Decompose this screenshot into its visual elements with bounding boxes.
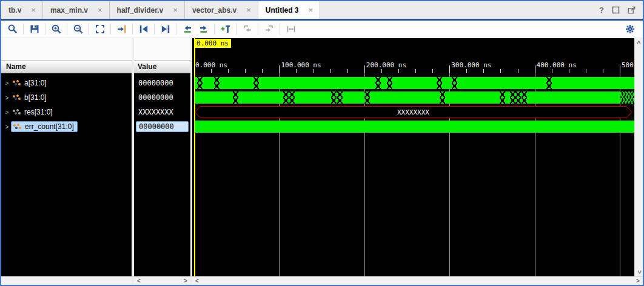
axis-minor-tick [314, 69, 314, 73]
axis-minor-tick [211, 69, 212, 73]
tab-bar: tb.v×max_min.v×half_divider.v×vector_abs… [1, 1, 643, 19]
signal-value-row[interactable]: 00000000 [134, 119, 190, 134]
next-marker-button [261, 22, 277, 36]
axis-minor-tick [500, 69, 501, 73]
axis-minor-tick [466, 69, 467, 73]
tab-close-icon[interactable]: × [98, 6, 102, 14]
save-waveform-button[interactable] [26, 22, 42, 36]
signal-value-row[interactable]: 00000000 [134, 90, 190, 105]
zoom-fit-button[interactable] [92, 22, 108, 36]
waveform-row [192, 121, 634, 133]
next-transition-button[interactable] [157, 22, 173, 36]
tab-tb-v[interactable]: tb.v× [1, 1, 43, 19]
signal-wave-bar [195, 77, 634, 89]
scroll-down-arrow-icon[interactable]: > [636, 268, 643, 276]
axis-minor-tick [415, 69, 416, 73]
transition-mark [214, 77, 220, 89]
tab-vector_abs-v[interactable]: vector_abs.v× [185, 1, 258, 19]
tab-label: max_min.v [50, 6, 88, 15]
toolbar-separator [89, 24, 89, 35]
signal-row[interactable]: >a[31:0] [1, 76, 132, 90]
axis-minor-tick [569, 69, 569, 73]
expand-chevron-icon[interactable]: > [4, 80, 10, 87]
previous-marker-button [239, 22, 255, 36]
signal-value-row[interactable]: XXXXXXXX [134, 105, 190, 119]
tab-close-icon[interactable]: × [173, 6, 178, 14]
signal-row[interactable]: >res[31:0] [1, 105, 132, 119]
value-column-header[interactable]: Value [134, 60, 190, 73]
expand-chevron-icon[interactable]: > [4, 124, 10, 130]
tab-close-icon[interactable]: × [31, 6, 36, 14]
transition-mark [375, 77, 381, 89]
previous-transition-button[interactable] [135, 22, 152, 36]
axis-minor-tick [552, 69, 552, 73]
scroll-left-arrow-icon[interactable]: < [193, 278, 201, 285]
signal-value-list[interactable]: 0000000000000000XXXXXXXX00000000 [134, 73, 190, 276]
signal-name-label: res[31:0] [24, 108, 53, 116]
wave-horizontal-scrollbar[interactable]: < > [192, 277, 643, 285]
tab-half_divider-v[interactable]: half_divider.v× [110, 1, 185, 19]
zoom-in-button[interactable] [48, 22, 64, 36]
signal-value-row[interactable]: 00000000 [134, 76, 190, 90]
waveform-row [192, 77, 634, 89]
float-window-icon[interactable] [628, 6, 636, 14]
tab-label: half_divider.v [117, 6, 164, 15]
search-button[interactable] [4, 22, 21, 36]
scroll-right-arrow-icon[interactable]: > [634, 278, 642, 285]
restart-button[interactable] [179, 22, 195, 36]
tab-close-icon[interactable]: × [246, 6, 251, 14]
signal-value: 00000000 [136, 93, 176, 102]
axis-time-label: 400.000 ns [537, 61, 577, 69]
scroll-left-arrow-icon[interactable]: < [135, 278, 143, 285]
bus-signal-icon [13, 124, 22, 130]
signal-names-panel: Name >a[31:0]>b[31:0]>res[31:0]>err_coun… [1, 38, 132, 276]
window-controls: ? [599, 1, 643, 19]
time-cursor-line[interactable] [194, 38, 195, 276]
signal-row[interactable]: >err_count[31:0] [1, 119, 132, 134]
maximize-icon[interactable] [612, 6, 620, 14]
signal-row[interactable]: >b[31:0] [1, 90, 132, 105]
signal-wave-bar [195, 121, 634, 133]
scroll-right-arrow-icon[interactable]: > [182, 278, 189, 285]
names-bottom-track[interactable] [1, 277, 132, 285]
transition-mark [510, 91, 515, 104]
help-icon[interactable]: ? [599, 5, 604, 15]
signal-name-label: b[31:0] [24, 93, 47, 102]
transition-mark [452, 77, 457, 89]
bus-signal-icon [13, 109, 21, 115]
toolbar [1, 21, 643, 38]
transition-mark [364, 91, 370, 104]
axis-minor-tick [347, 69, 348, 73]
tab-untitled-3[interactable]: Untitled 3× [258, 1, 320, 19]
toolbar-separator [176, 24, 176, 35]
tab-max_min-v[interactable]: max_min.v× [43, 1, 110, 19]
axis-minor-tick [330, 69, 331, 73]
name-header-label: Name [6, 62, 26, 71]
run-all-button[interactable] [195, 22, 212, 36]
name-column-header[interactable]: Name [1, 60, 132, 73]
zoom-out-button[interactable] [70, 22, 86, 36]
scroll-up-arrow-icon[interactable]: > [636, 39, 643, 46]
toolbar-separator [258, 24, 258, 35]
values-horizontal-scrollbar[interactable]: < > [134, 277, 190, 285]
expand-chevron-icon[interactable]: > [4, 109, 10, 116]
expand-chevron-icon[interactable]: > [4, 95, 10, 101]
run-for-button[interactable] [217, 22, 233, 36]
signal-value: 00000000 [136, 121, 189, 132]
tab-strip: tb.v×max_min.v×half_divider.v×vector_abs… [1, 1, 320, 19]
transition-mark [437, 77, 442, 89]
tab-close-icon[interactable]: × [309, 6, 314, 14]
unknown-bus-value: XXXXXXXX [195, 106, 632, 118]
axis-major-tick [449, 65, 450, 73]
signal-name-list[interactable]: >a[31:0]>b[31:0]>res[31:0]>err_count[31:… [1, 73, 132, 276]
zoom-to-cursor-button[interactable] [113, 22, 130, 36]
tab-label: vector_abs.v [192, 6, 236, 15]
waveform-canvas[interactable]: 0.000 ns 0.000 ns100.000 ns200.000 ns300… [192, 38, 634, 276]
axis-minor-tick [518, 69, 518, 73]
settings-gear-button[interactable] [622, 22, 638, 36]
unknown-bus-shape: XXXXXXXX [195, 106, 632, 118]
wave-vertical-scrollbar[interactable]: > > [634, 38, 643, 276]
signal-value: 00000000 [136, 78, 176, 88]
toolbar-separator [67, 24, 67, 35]
bottom-scroll-strip: < > < > [1, 276, 643, 285]
